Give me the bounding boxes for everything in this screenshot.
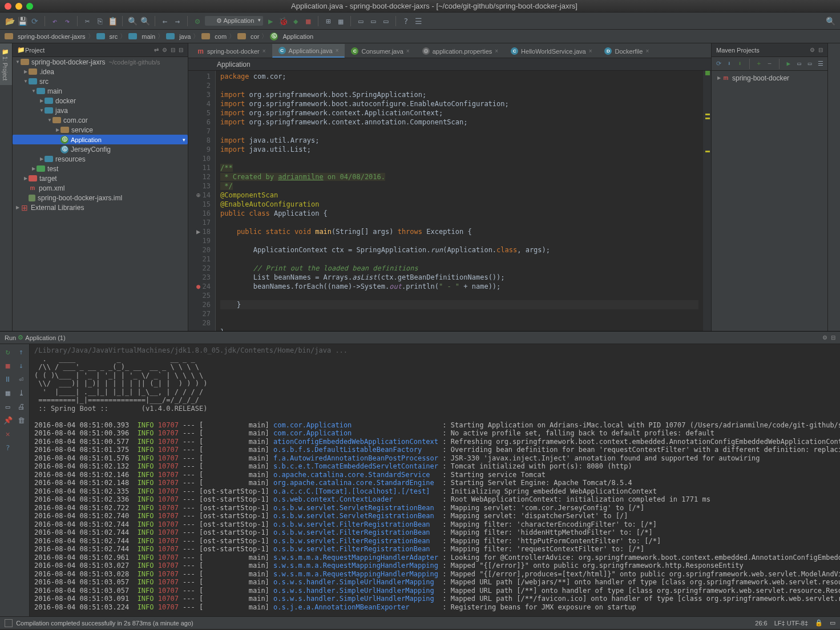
breadcrumb-item[interactable]: java bbox=[166, 33, 191, 40]
tool-icon[interactable]: ▦ bbox=[3, 387, 13, 398]
forward-icon[interactable]: → bbox=[172, 16, 183, 26]
tool-icon[interactable]: ⊞ bbox=[323, 16, 333, 26]
lock-icon[interactable]: 🔒 bbox=[815, 619, 823, 627]
breadcrumb-item[interactable]: com bbox=[201, 33, 227, 40]
expand-arrow-icon[interactable]: ▶ bbox=[39, 156, 45, 161]
redo-icon[interactable]: ↷ bbox=[62, 16, 72, 26]
panel-hide-icon[interactable]: ⊟ bbox=[818, 47, 823, 53]
warning-marker[interactable] bbox=[705, 151, 710, 152]
tool-icon[interactable]: ▭ bbox=[806, 59, 814, 68]
breadcrumb-item[interactable]: spring-boot-docker-jaxrs bbox=[5, 33, 86, 40]
debug-icon[interactable]: 🐞 bbox=[278, 16, 288, 26]
build-icon[interactable]: ⚙ bbox=[192, 16, 203, 26]
cut-icon[interactable]: ✂ bbox=[82, 16, 92, 26]
save-icon[interactable]: 💾 bbox=[17, 16, 27, 26]
warning-marker[interactable] bbox=[705, 114, 710, 115]
close-tab-icon[interactable]: × bbox=[495, 48, 498, 54]
tree-node[interactable]: ▼spring-boot-docker-jaxrs~/code/git-gith… bbox=[13, 57, 188, 67]
editor-tab[interactable]: CConsumer.java× bbox=[345, 45, 415, 58]
tree-node[interactable]: ▶resources bbox=[13, 154, 188, 164]
editor-tab[interactable]: mspring-boot-docker× bbox=[191, 45, 272, 58]
status-indicator[interactable] bbox=[5, 619, 13, 627]
project-tree[interactable]: ▼spring-boot-docker-jaxrs~/code/git-gith… bbox=[13, 57, 188, 331]
pause-icon[interactable]: ⏸ bbox=[3, 374, 13, 384]
method-breadcrumb[interactable]: Application bbox=[188, 58, 711, 71]
help-icon[interactable]: ? bbox=[401, 16, 411, 26]
warning-marker[interactable] bbox=[705, 118, 710, 119]
editor-tab[interactable]: ⚙application.properties× bbox=[416, 45, 504, 58]
undo-icon[interactable]: ↶ bbox=[50, 16, 60, 26]
expand-arrow-icon[interactable]: ▼ bbox=[31, 88, 37, 94]
editor-tab[interactable]: CHelloWorldService.java× bbox=[504, 45, 598, 58]
panel-options-icon[interactable]: ⇄ bbox=[154, 47, 159, 53]
tree-node[interactable]: ▼main bbox=[13, 86, 188, 96]
expand-arrow-icon[interactable]: ▶ bbox=[39, 98, 45, 103]
tree-node[interactable]: ▼src bbox=[13, 76, 188, 86]
close-tab-icon[interactable]: × bbox=[645, 48, 649, 54]
editor-scrollbar[interactable] bbox=[703, 71, 711, 331]
scroll-icon[interactable]: ⤓ bbox=[16, 387, 26, 398]
coverage-icon[interactable]: ◆ bbox=[290, 16, 301, 26]
tool-icon[interactable]: ▭ bbox=[795, 59, 803, 68]
breadcrumb-item[interactable]: main bbox=[128, 33, 155, 40]
editor-tab[interactable]: CApplication.java× bbox=[272, 44, 345, 58]
close-window[interactable] bbox=[5, 3, 11, 10]
gutter[interactable]: 12345678910111213⊕14151617▶181920212223●… bbox=[188, 71, 216, 331]
tree-node[interactable]: ⓒApplication bbox=[13, 135, 188, 144]
maximize-window[interactable] bbox=[26, 3, 33, 10]
tool-icon[interactable]: ☰ bbox=[413, 16, 423, 26]
tree-node[interactable]: ▶docker bbox=[13, 96, 188, 106]
tool-icon[interactable]: ▭ bbox=[356, 16, 366, 26]
minimize-window[interactable] bbox=[15, 3, 22, 10]
close-icon[interactable]: ✕ bbox=[3, 429, 13, 439]
breadcrumb-item[interactable]: ⓒApplication bbox=[270, 33, 313, 41]
paste-icon[interactable]: 📋 bbox=[107, 16, 118, 26]
back-icon[interactable]: ← bbox=[160, 16, 170, 26]
panel-gear-icon[interactable]: ⚙ bbox=[822, 334, 827, 341]
rerun-icon[interactable]: ↻ bbox=[3, 346, 13, 357]
open-icon[interactable]: 📂 bbox=[5, 16, 15, 26]
up-icon[interactable]: ↑ bbox=[16, 346, 26, 357]
expand-arrow-icon[interactable]: ▼ bbox=[23, 79, 29, 84]
expand-arrow-icon[interactable]: ▶ bbox=[31, 166, 37, 171]
download-icon[interactable]: ⬇ bbox=[736, 59, 744, 68]
stop-icon[interactable]: ■ bbox=[303, 16, 313, 26]
clear-icon[interactable]: 🗑 bbox=[16, 415, 26, 425]
wrap-icon[interactable]: ⏎ bbox=[16, 374, 26, 384]
stop-icon[interactable]: ■ bbox=[3, 360, 13, 370]
tree-node[interactable]: ▶.idea bbox=[13, 67, 188, 76]
run-icon[interactable]: ▶ bbox=[785, 59, 793, 68]
panel-collapse-icon[interactable]: ⊟ bbox=[171, 47, 175, 53]
generate-icon[interactable]: ⬇ bbox=[726, 59, 733, 68]
editor-tab[interactable]: DDockerfile× bbox=[598, 45, 655, 58]
tool-icon[interactable]: ▭ bbox=[381, 16, 391, 26]
replace-icon[interactable]: 🔍 bbox=[140, 16, 150, 26]
tool-icon[interactable]: ▭ bbox=[368, 16, 378, 26]
reimport-icon[interactable]: ⟳ bbox=[715, 59, 722, 68]
tree-node[interactable]: ▶service bbox=[13, 125, 188, 135]
copy-icon[interactable]: ⎘ bbox=[95, 16, 105, 26]
tree-node[interactable]: ▶test bbox=[13, 164, 188, 173]
tree-node[interactable]: spring-boot-docker-jaxrs.iml bbox=[13, 193, 188, 203]
panel-hide-icon[interactable]: ⊟ bbox=[831, 334, 835, 341]
close-tab-icon[interactable]: × bbox=[262, 48, 266, 54]
breadcrumb-item[interactable]: cor bbox=[237, 33, 259, 40]
expand-arrow-icon[interactable]: ▶ bbox=[23, 69, 29, 74]
search-icon[interactable]: 🔍 bbox=[825, 16, 835, 26]
tree-node[interactable]: mpom.xml bbox=[13, 183, 188, 193]
code-editor[interactable]: package com.cor; import org.springframew… bbox=[216, 71, 703, 331]
breadcrumb-item[interactable]: src bbox=[96, 33, 118, 40]
tree-node[interactable]: ⓒJerseyConfig bbox=[13, 144, 188, 154]
expand-arrow-icon[interactable]: ▶ bbox=[23, 176, 29, 181]
maven-root[interactable]: ▶ m spring-boot-docker bbox=[714, 73, 825, 83]
find-icon[interactable]: 🔍 bbox=[127, 16, 138, 26]
expand-arrow-icon[interactable]: ▼ bbox=[15, 59, 21, 64]
tool-icon[interactable]: ☰ bbox=[817, 59, 824, 68]
tree-node[interactable]: ▶target bbox=[13, 173, 188, 183]
remove-icon[interactable]: − bbox=[766, 59, 773, 68]
tool-icon[interactable]: ▭ bbox=[830, 619, 835, 627]
pin-icon[interactable]: 📌 bbox=[3, 415, 13, 425]
panel-gear-icon[interactable]: ⚙ bbox=[162, 47, 167, 53]
help-icon[interactable]: ? bbox=[3, 442, 13, 453]
run-icon[interactable]: ▶ bbox=[265, 16, 276, 26]
